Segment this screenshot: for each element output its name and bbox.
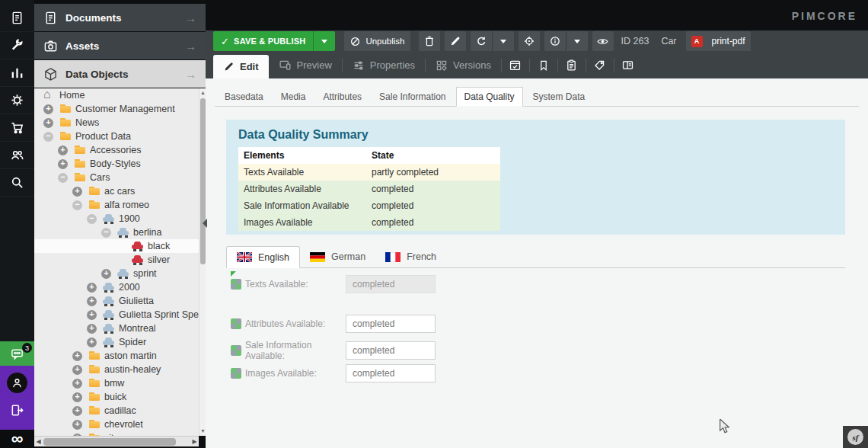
notifications-button[interactable]: 3 bbox=[0, 341, 34, 366]
panel-assets[interactable]: Assets → bbox=[34, 32, 206, 59]
tree-item[interactable]: silver bbox=[34, 253, 199, 267]
layout-button[interactable] bbox=[614, 52, 642, 78]
reports-button[interactable] bbox=[558, 52, 586, 78]
save-options-dropdown[interactable] bbox=[314, 40, 335, 43]
tree-item[interactable]: Product Data bbox=[34, 130, 199, 143]
print-pdf-button[interactable]: A print-pdf bbox=[686, 31, 751, 51]
expand-icon[interactable] bbox=[87, 324, 97, 334]
tab-versions[interactable]: Versions bbox=[426, 52, 501, 78]
tree-item[interactable]: 1900 bbox=[34, 212, 199, 226]
tab-data-quality[interactable]: Data Quality bbox=[456, 87, 523, 107]
scroll-left-icon[interactable]: ◀ bbox=[34, 438, 43, 445]
attributes-available-input[interactable] bbox=[346, 315, 436, 333]
collapse-icon[interactable] bbox=[58, 173, 68, 183]
collapse-icon[interactable] bbox=[43, 132, 53, 142]
expand-icon[interactable] bbox=[72, 379, 82, 389]
reload-options-dropdown[interactable] bbox=[493, 31, 514, 51]
expand-icon[interactable] bbox=[87, 310, 97, 320]
tree-item[interactable]: Montreal bbox=[34, 322, 199, 335]
tree-item[interactable]: aston martin bbox=[34, 349, 199, 363]
tree-item[interactable]: bmw bbox=[34, 376, 199, 390]
scroll-right-icon[interactable]: ▶ bbox=[190, 438, 199, 445]
expand-icon[interactable] bbox=[58, 159, 68, 169]
tree-item[interactable]: 2000 bbox=[34, 280, 199, 294]
scrollbar-thumb[interactable] bbox=[200, 98, 206, 264]
schedule-button[interactable] bbox=[502, 52, 529, 78]
expand-icon[interactable] bbox=[58, 146, 68, 155]
tree-item[interactable]: cadillac bbox=[34, 404, 199, 418]
tree-item[interactable]: Customer Management bbox=[34, 102, 199, 116]
panel-documents[interactable]: Documents → bbox=[34, 4, 206, 31]
tab-preview[interactable]: Preview bbox=[269, 52, 342, 78]
tree-item[interactable]: Cars bbox=[34, 171, 199, 184]
rail-reports-button[interactable] bbox=[0, 59, 34, 87]
rail-ecommerce-button[interactable] bbox=[0, 114, 34, 142]
rail-documents-button[interactable] bbox=[0, 5, 34, 32]
collapse-icon[interactable] bbox=[72, 200, 82, 210]
texts-available-input[interactable] bbox=[346, 275, 436, 293]
rename-button[interactable] bbox=[445, 31, 466, 51]
sidebar-collapse-handle[interactable] bbox=[203, 219, 207, 228]
rail-settings-button[interactable] bbox=[0, 87, 34, 114]
tags-button[interactable] bbox=[586, 52, 614, 78]
tree-item[interactable]: berlina bbox=[34, 226, 199, 239]
tab-sale-information[interactable]: Sale Information bbox=[372, 87, 453, 106]
rail-tools-button[interactable] bbox=[0, 32, 34, 59]
tree-item[interactable]: austin-healey bbox=[34, 363, 199, 376]
tree-item[interactable]: Body-Styles bbox=[34, 157, 199, 171]
panel-data-objects[interactable]: Data Objects → bbox=[34, 60, 206, 88]
tab-language-english[interactable]: English bbox=[226, 246, 300, 268]
tab-language-french[interactable]: French bbox=[375, 246, 446, 267]
tab-language-german[interactable]: German bbox=[300, 246, 375, 267]
tree-item[interactable]: buick bbox=[34, 390, 199, 404]
tab-properties[interactable]: Properties bbox=[343, 52, 425, 78]
tab-basedata[interactable]: Basedata bbox=[217, 87, 271, 106]
sale-information-available-input[interactable] bbox=[346, 341, 436, 360]
expand-icon[interactable] bbox=[72, 406, 82, 416]
tree-item[interactable]: Gulietta Sprint Speciale bbox=[34, 308, 199, 322]
info-options-dropdown[interactable] bbox=[566, 31, 588, 51]
expand-icon[interactable] bbox=[43, 118, 53, 128]
expand-icon[interactable] bbox=[87, 296, 97, 306]
collapse-icon[interactable] bbox=[87, 214, 97, 224]
rail-customers-button[interactable] bbox=[0, 142, 34, 169]
expand-icon[interactable] bbox=[72, 351, 82, 361]
scroll-up-icon[interactable]: ▲ bbox=[200, 90, 206, 95]
locate-in-tree-button[interactable] bbox=[519, 31, 540, 51]
symfony-toolbar-toggle[interactable]: sf bbox=[843, 426, 868, 448]
tree-item-home[interactable]: Home bbox=[34, 88, 199, 102]
tree-item[interactable]: sprint bbox=[34, 267, 199, 280]
info-button[interactable] bbox=[544, 31, 566, 51]
open-preview-button[interactable] bbox=[592, 31, 614, 51]
tab-media[interactable]: Media bbox=[273, 87, 314, 106]
expand-icon[interactable] bbox=[72, 187, 82, 197]
collapse-icon[interactable] bbox=[101, 228, 111, 238]
tree-item[interactable]: Spider bbox=[34, 335, 199, 349]
tree-item[interactable]: alfa romeo bbox=[34, 198, 199, 212]
tree-item[interactable]: News bbox=[34, 116, 199, 130]
images-available-input[interactable] bbox=[346, 364, 436, 382]
unpublish-button[interactable]: Unpublish bbox=[344, 31, 410, 51]
expand-icon[interactable] bbox=[72, 420, 82, 430]
tab-system-data[interactable]: System Data bbox=[525, 87, 593, 106]
logout-button[interactable] bbox=[10, 403, 24, 418]
expand-icon[interactable] bbox=[43, 104, 53, 114]
notes-events-button[interactable] bbox=[530, 52, 557, 78]
expand-icon[interactable] bbox=[101, 269, 111, 279]
expand-icon[interactable] bbox=[72, 365, 82, 375]
tree-item[interactable]: ac cars bbox=[34, 184, 199, 198]
scrollbar-thumb[interactable] bbox=[43, 438, 176, 446]
save-publish-button[interactable]: ✓SAVE & PUBLISH bbox=[213, 31, 335, 51]
expand-icon[interactable] bbox=[87, 338, 97, 347]
tab-edit[interactable]: Edit bbox=[213, 55, 269, 78]
tab-attributes[interactable]: Attributes bbox=[315, 87, 369, 106]
tree-item[interactable]: chevrolet bbox=[34, 418, 199, 431]
reload-button[interactable] bbox=[471, 31, 492, 51]
expand-icon[interactable] bbox=[87, 283, 97, 293]
delete-button[interactable] bbox=[419, 31, 440, 51]
tree-horizontal-scrollbar[interactable]: ◀ ▶ bbox=[34, 436, 199, 446]
tree-item-selected[interactable]: black bbox=[34, 239, 199, 253]
tree-vertical-scrollbar[interactable]: ▲ ▼ bbox=[199, 88, 206, 436]
rail-search-button[interactable] bbox=[0, 169, 34, 197]
tree-item[interactable]: Accessories bbox=[34, 143, 199, 157]
